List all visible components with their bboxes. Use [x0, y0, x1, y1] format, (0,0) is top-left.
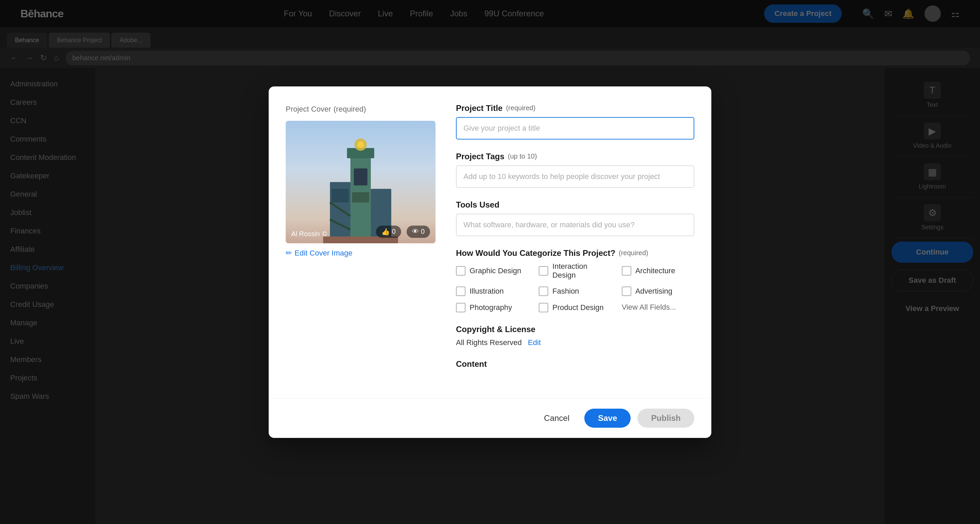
copyright-edit-link[interactable]: Edit: [528, 338, 541, 347]
cover-image-container: Al Rossin © 👍 0 👁 0: [286, 121, 436, 243]
views-badge: 👁 0: [407, 225, 430, 238]
checkbox-illustration-box[interactable]: [456, 286, 466, 296]
checkbox-graphic-design-box[interactable]: [456, 266, 466, 276]
svg-point-3: [357, 141, 364, 148]
checkbox-fashion[interactable]: Fashion: [539, 286, 611, 296]
view-all-fields-link[interactable]: View All Fields...: [622, 303, 694, 312]
content-label: Content: [456, 359, 694, 369]
title-required: (required): [506, 104, 536, 112]
category-grid: Graphic Design Interaction Design Archit…: [456, 262, 694, 312]
copyright-label: Copyright & License: [456, 325, 694, 334]
checkbox-advertising-box[interactable]: [622, 286, 631, 296]
cover-author: Al Rossin ©: [291, 230, 327, 238]
tools-input[interactable]: [456, 214, 694, 236]
likes-count: 0: [392, 228, 396, 235]
checkbox-photography[interactable]: Photography: [456, 303, 528, 312]
checkbox-graphic-design[interactable]: Graphic Design: [456, 262, 528, 280]
checkbox-fashion-box[interactable]: [539, 286, 548, 296]
copyright-section: Copyright & License All Rights Reserved …: [456, 325, 694, 347]
cancel-button[interactable]: Cancel: [536, 409, 578, 428]
category-required: (required): [619, 249, 648, 257]
cover-column: Project Cover (required): [286, 103, 436, 381]
pencil-icon: ✏: [286, 249, 292, 257]
checkbox-architecture[interactable]: Architecture: [622, 262, 694, 280]
cover-section-label: Project Cover (required): [286, 103, 436, 114]
likes-badge: 👍 0: [376, 225, 401, 238]
edit-cover-link[interactable]: ✏ Edit Cover Image: [286, 249, 436, 257]
publish-button[interactable]: Publish: [638, 409, 694, 428]
modal-footer: Cancel Save Publish: [269, 398, 711, 438]
checkbox-architecture-box[interactable]: [622, 266, 631, 276]
tags-input[interactable]: [456, 165, 694, 188]
svg-rect-4: [354, 168, 368, 186]
checkbox-photography-box[interactable]: [456, 303, 466, 312]
checkbox-interaction-design[interactable]: Interaction Design: [539, 262, 611, 280]
svg-rect-5: [352, 192, 369, 202]
checkbox-advertising[interactable]: Advertising: [622, 286, 694, 296]
project-settings-modal: Project Cover (required): [269, 86, 711, 438]
tools-label: Tools Used: [456, 200, 694, 210]
save-button[interactable]: Save: [584, 409, 631, 428]
checkbox-interaction-design-box[interactable]: [539, 266, 548, 276]
title-section: Project Title (required): [456, 103, 694, 140]
title-label: Project Title (required): [456, 103, 694, 113]
form-column: Project Title (required) Project Tags (u…: [456, 103, 694, 381]
tags-label: Project Tags (up to 10): [456, 152, 694, 161]
category-label: How Would You Categorize This Project? (…: [456, 248, 694, 258]
views-count: 0: [421, 228, 425, 235]
checkbox-product-design-box[interactable]: [539, 303, 548, 312]
tags-section: Project Tags (up to 10): [456, 152, 694, 188]
category-section: How Would You Categorize This Project? (…: [456, 248, 694, 312]
tools-section: Tools Used: [456, 200, 694, 236]
cover-required: (required): [334, 105, 366, 113]
checkbox-product-design[interactable]: Product Design: [539, 303, 611, 312]
modal-overlay[interactable]: Project Cover (required): [0, 0, 980, 524]
copyright-value: All Rights Reserved Edit: [456, 338, 694, 347]
checkbox-illustration[interactable]: Illustration: [456, 286, 528, 296]
views-icon: 👁: [412, 228, 419, 235]
content-section: Content: [456, 359, 694, 369]
title-input[interactable]: [456, 117, 694, 140]
svg-rect-7: [332, 189, 349, 202]
tags-sub: (up to 10): [508, 152, 537, 160]
modal-body: Project Cover (required): [269, 86, 711, 398]
likes-icon: 👍: [381, 228, 390, 236]
copyright-circle-icon: ©: [322, 230, 327, 238]
cover-stats: 👍 0 👁 0: [376, 225, 430, 238]
